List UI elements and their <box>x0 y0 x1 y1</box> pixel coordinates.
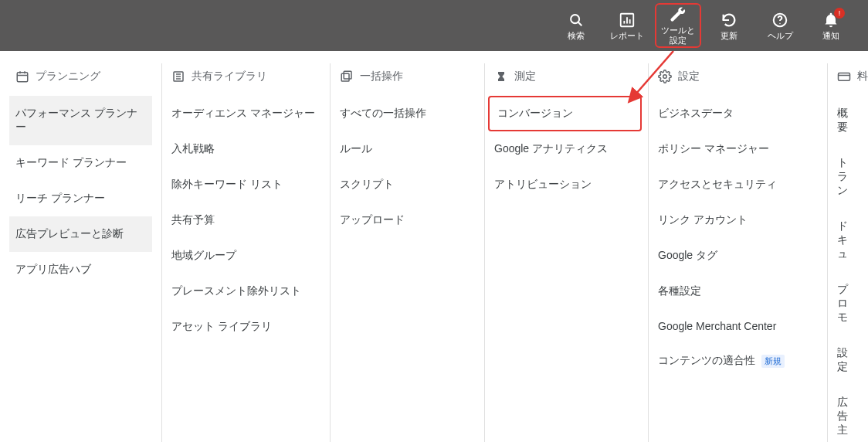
menu-column-shared-library: 共有ライブラリ オーディエンス マネージャー 入札戦略 除外キーワード リスト … <box>162 63 331 442</box>
menu-item-performance-planner[interactable]: パフォーマンス プランナー <box>9 96 152 145</box>
column-header-label: 設定 <box>678 70 700 83</box>
svg-rect-20 <box>839 73 850 81</box>
menu-item-all-bulk-actions[interactable]: すべての一括操作 <box>331 96 484 131</box>
menu-item-audience-manager[interactable]: オーディエンス マネージャー <box>162 96 330 131</box>
menu-item-keyword-planner[interactable]: キーワード プランナー <box>9 145 152 181</box>
menu-item-advertiser[interactable]: 広告主 <box>828 385 868 442</box>
credit-card-icon <box>837 70 851 83</box>
search-label: 検索 <box>568 31 585 41</box>
menu-item-google-tag[interactable]: Google タグ <box>649 238 827 274</box>
library-icon <box>171 70 185 83</box>
svg-rect-17 <box>344 71 351 79</box>
bar-chart-icon <box>618 11 636 29</box>
menu-item-conversions[interactable]: コンバージョン <box>488 96 642 131</box>
gear-icon <box>658 70 672 83</box>
column-header-label: 料 <box>857 70 868 83</box>
calendar-icon <box>15 70 29 83</box>
hourglass-icon <box>494 70 508 83</box>
menu-column-bulk-actions: 一括操作 すべての一括操作 ルール スクリプト アップロード <box>331 63 485 442</box>
column-header-label: 測定 <box>514 70 536 83</box>
menu-item-bid-strategies[interactable]: 入札戦略 <box>162 131 330 167</box>
menu-item-business-data[interactable]: ビジネスデータ <box>649 96 827 131</box>
tools-label: ツールと設定 <box>661 26 695 45</box>
column-header-measurement: 測定 <box>485 63 648 96</box>
svg-point-19 <box>663 75 667 79</box>
column-header-bulk-actions: 一括操作 <box>331 63 484 96</box>
search-button[interactable]: 検索 <box>553 3 599 48</box>
menu-item-ad-preview[interactable]: 広告プレビューと診断 <box>9 216 152 252</box>
menu-item-attribution[interactable]: アトリビューション <box>485 167 648 202</box>
topbar: 検索 レポート ツールと設定 更新 ヘルプ ! 通知 <box>0 0 868 51</box>
notifications-button[interactable]: ! 通知 <box>808 3 854 48</box>
menu-item-merchant-center[interactable]: Google Merchant Center <box>649 309 827 343</box>
help-icon <box>771 11 789 29</box>
column-header-shared-library: 共有ライブラリ <box>162 63 330 96</box>
svg-point-7 <box>779 23 780 24</box>
menu-item-app-ads-hub[interactable]: アプリ広告ハブ <box>9 252 152 287</box>
reports-button[interactable]: レポート <box>604 3 650 48</box>
refresh-label: 更新 <box>721 31 737 41</box>
svg-line-1 <box>578 22 582 26</box>
menu-item-scripts[interactable]: スクリプト <box>331 167 484 202</box>
menu-item-reach-planner[interactable]: リーチ プランナー <box>9 181 152 216</box>
column-header-label: プランニング <box>36 70 100 83</box>
refresh-button[interactable]: 更新 <box>706 3 752 48</box>
notifications-label: 通知 <box>822 31 839 41</box>
column-header-label: 一括操作 <box>360 70 403 83</box>
menu-item-uploads[interactable]: アップロード <box>331 202 484 238</box>
menu-column-setup: 設定 ビジネスデータ ポリシー マネージャー アクセスとセキュリティ リンク ア… <box>649 63 828 442</box>
menu-item-preferences[interactable]: 各種設定 <box>649 274 827 309</box>
notification-badge: ! <box>834 8 845 19</box>
wrench-icon <box>669 5 687 24</box>
menu-item-placement-exclusion-lists[interactable]: プレースメント除外リスト <box>162 274 330 309</box>
menu-item-access-security[interactable]: アクセスとセキュリティ <box>649 167 827 202</box>
help-button[interactable]: ヘルプ <box>757 3 803 48</box>
svg-rect-9 <box>17 73 28 82</box>
tools-menu-panel: プランニング パフォーマンス プランナー キーワード プランナー リーチ プラン… <box>0 51 868 442</box>
column-header-billing: 料 <box>828 63 868 96</box>
menu-item-billing-settings[interactable]: 設定 <box>828 335 868 385</box>
svg-point-0 <box>571 15 579 23</box>
menu-item-negative-keyword-lists[interactable]: 除外キーワード リスト <box>162 167 330 202</box>
menu-item-rules[interactable]: ルール <box>331 131 484 167</box>
menu-item-linked-accounts[interactable]: リンク アカウント <box>649 202 827 238</box>
menu-item-shared-budgets[interactable]: 共有予算 <box>162 202 330 238</box>
menu-column-planning: プランニング パフォーマンス プランナー キーワード プランナー リーチ プラン… <box>0 63 162 442</box>
menu-item-promotions[interactable]: プロモ <box>828 272 868 335</box>
menu-item-policy-manager[interactable]: ポリシー マネージャー <box>649 131 827 167</box>
menu-item-transactions[interactable]: トラン <box>828 145 868 209</box>
menu-item-documents[interactable]: ドキュ <box>828 209 868 272</box>
refresh-icon <box>720 11 738 29</box>
menu-item-location-groups[interactable]: 地域グループ <box>162 238 330 274</box>
menu-item-billing-summary[interactable]: 概要 <box>828 96 868 145</box>
menu-item-content-suitability[interactable]: コンテンツの適合性 新規 <box>649 343 827 379</box>
column-header-label: 共有ライブラリ <box>192 70 267 83</box>
new-badge: 新規 <box>761 355 785 368</box>
stack-icon <box>340 70 354 83</box>
menu-column-billing: 料 概要 トラン ドキュ プロモ 設定 広告主 <box>828 63 868 442</box>
menu-item-google-analytics[interactable]: Google アナリティクス <box>485 131 648 167</box>
reports-label: レポート <box>610 31 644 41</box>
column-header-setup: 設定 <box>649 63 827 96</box>
menu-column-measurement: 測定 コンバージョン Google アナリティクス アトリビューション <box>485 63 649 442</box>
search-icon <box>567 11 585 29</box>
column-header-planning: プランニング <box>9 63 161 96</box>
svg-rect-18 <box>341 73 349 81</box>
help-label: ヘルプ <box>768 31 793 41</box>
tools-settings-button[interactable]: ツールと設定 <box>655 3 701 48</box>
menu-item-asset-library[interactable]: アセット ライブラリ <box>162 309 330 345</box>
